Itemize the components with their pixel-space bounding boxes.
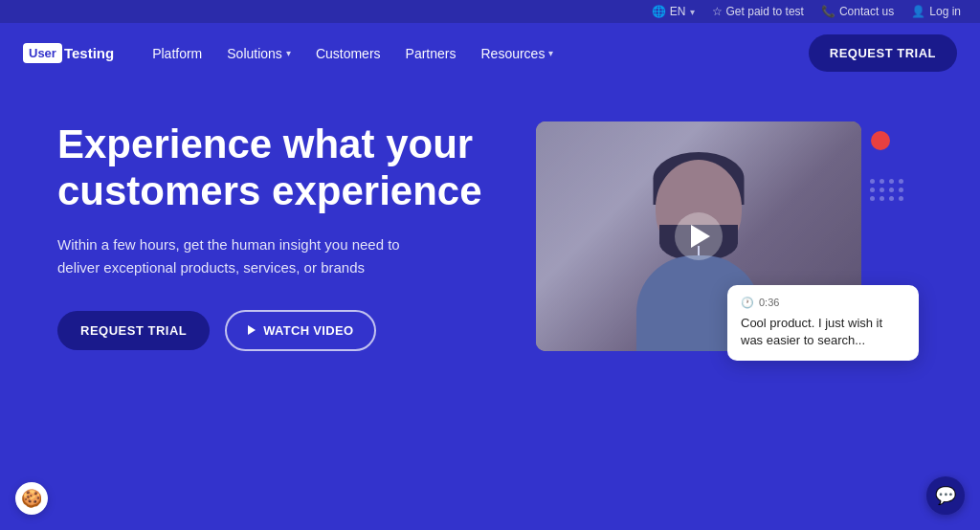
get-paid-link[interactable]: ☆ Get paid to test	[712, 5, 804, 18]
comment-timestamp: 🕐 0:36	[741, 297, 905, 309]
recording-indicator	[871, 131, 890, 150]
lang-label: EN	[670, 5, 686, 18]
contact-link[interactable]: 📞 Contact us	[821, 5, 894, 18]
nav-platform[interactable]: Platform	[143, 40, 212, 67]
nav-customers-label: Customers	[316, 46, 381, 61]
cookie-button[interactable]: 🍪	[15, 482, 48, 515]
hero-visual: 🕐 0:36 Cool product. I just wish it was …	[536, 121, 900, 351]
chevron-icon: ▾	[690, 7, 695, 17]
play-icon	[248, 325, 256, 335]
login-label: Log in	[929, 5, 961, 18]
contact-label: Contact us	[839, 5, 894, 18]
hero-text: Experience what your customers experienc…	[57, 121, 498, 351]
timestamp-label: 0:36	[759, 297, 779, 308]
chevron-down-icon-2: ▾	[548, 48, 553, 58]
hero-buttons: REQUEST TRIAL WATCH VIDEO	[57, 310, 498, 351]
nav-platform-label: Platform	[152, 46, 202, 61]
play-triangle-icon	[691, 225, 710, 248]
nav-solutions-label: Solutions	[227, 46, 282, 61]
hero-request-trial-button[interactable]: REQUEST TRIAL	[57, 311, 210, 350]
login-link[interactable]: 👤 Log in	[911, 5, 961, 18]
nav-request-trial-button[interactable]: REQUEST TRIAL	[809, 34, 957, 72]
top-bar: 🌐 EN ▾ ☆ Get paid to test 📞 Contact us 👤…	[0, 0, 980, 23]
nav-partners-label: Partners	[406, 46, 457, 61]
comment-text: Cool product. I just wish it was easier …	[741, 315, 905, 349]
main-nav: User Testing Platform Solutions ▾ Custom…	[0, 23, 980, 83]
star-icon: ☆	[712, 5, 723, 18]
nav-solutions[interactable]: Solutions ▾	[217, 40, 301, 67]
nav-partners[interactable]: Partners	[396, 40, 466, 67]
nav-resources-label: Resources	[480, 46, 545, 61]
chat-button[interactable]: 💬	[926, 476, 965, 515]
chevron-down-icon: ▾	[286, 48, 291, 58]
clock-icon: 🕐	[741, 297, 754, 309]
logo-testing-part: Testing	[64, 45, 114, 61]
comment-card: 🕐 0:36 Cool product. I just wish it was …	[727, 285, 919, 361]
hero-section: Experience what your customers experienc…	[0, 83, 980, 380]
play-button-large[interactable]	[675, 212, 723, 260]
globe-icon: 🌐	[652, 5, 666, 18]
dots-decoration	[870, 179, 904, 201]
user-icon: 👤	[911, 5, 925, 18]
phone-icon: 📞	[821, 5, 835, 18]
chat-icon: 💬	[935, 485, 956, 506]
logo[interactable]: User Testing	[23, 43, 114, 63]
get-paid-label: Get paid to test	[726, 5, 804, 18]
language-selector[interactable]: 🌐 EN ▾	[652, 5, 695, 18]
nav-links: Platform Solutions ▾ Customers Partners …	[143, 40, 809, 67]
hero-title: Experience what your customers experienc…	[57, 121, 498, 214]
nav-resources[interactable]: Resources ▾	[471, 40, 563, 67]
logo-user-part: User	[23, 43, 62, 63]
nav-customers[interactable]: Customers	[306, 40, 390, 67]
hero-watch-video-button[interactable]: WATCH VIDEO	[225, 310, 376, 351]
watch-video-label: WATCH VIDEO	[263, 323, 353, 338]
hero-subtitle: Within a few hours, get the human insigh…	[57, 233, 440, 279]
